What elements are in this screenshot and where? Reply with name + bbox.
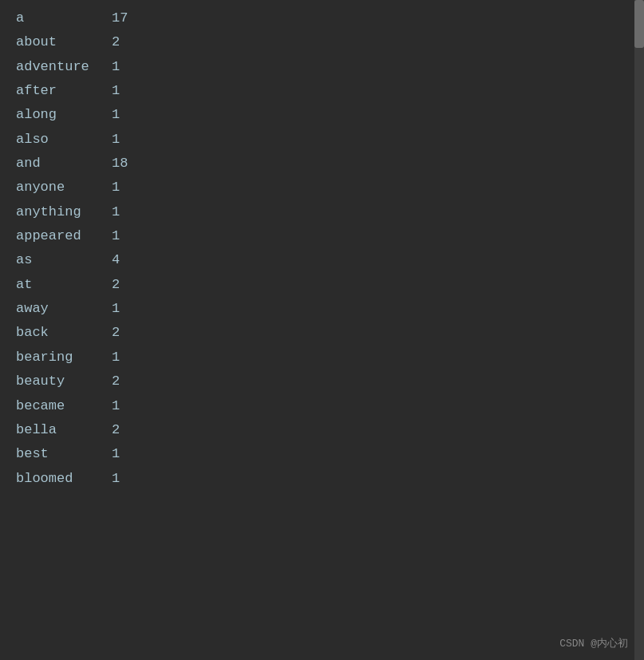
- count-label: 2: [112, 275, 120, 295]
- list-item: beauty2: [0, 370, 644, 393]
- word-label: after: [16, 81, 112, 101]
- list-item: away1: [0, 297, 644, 321]
- count-label: 1: [112, 298, 120, 319]
- word-label: back: [16, 322, 112, 343]
- word-label: about: [16, 32, 112, 53]
- word-label: became: [16, 396, 112, 417]
- word-label: bloomed: [16, 468, 112, 489]
- count-label: 2: [112, 420, 120, 441]
- list-item: also1: [0, 128, 644, 152]
- list-item: after1: [0, 79, 644, 103]
- word-label: anyone: [16, 177, 112, 198]
- word-label: as: [16, 250, 112, 271]
- list-item: as4: [0, 248, 644, 272]
- watermark: CSDN @内心初: [559, 636, 628, 650]
- word-label: along: [16, 105, 112, 125]
- word-label: bearing: [16, 347, 112, 368]
- word-label: bella: [16, 420, 112, 441]
- count-label: 1: [112, 468, 120, 489]
- list-item: a17: [0, 6, 644, 30]
- count-label: 2: [112, 32, 120, 53]
- word-label: anything: [16, 202, 112, 223]
- list-item: appeared1: [0, 224, 644, 248]
- list-item: adventure1: [0, 55, 644, 79]
- word-label: away: [16, 298, 112, 319]
- word-label: beauty: [16, 371, 112, 392]
- word-label: at: [16, 275, 112, 295]
- word-label: best: [16, 444, 112, 464]
- count-label: 4: [112, 250, 120, 271]
- list-item: along1: [0, 103, 644, 127]
- count-label: 2: [112, 322, 120, 343]
- count-label: 1: [112, 177, 120, 198]
- terminal-content: a17about2adventure1after1along1also1and1…: [0, 0, 644, 491]
- count-label: 1: [112, 226, 120, 247]
- count-label: 1: [112, 129, 120, 150]
- list-item: about2: [0, 30, 644, 54]
- list-item: and18: [0, 152, 644, 176]
- count-label: 18: [112, 153, 128, 174]
- word-label: appeared: [16, 226, 112, 247]
- count-label: 2: [112, 371, 120, 392]
- word-label: and: [16, 153, 112, 174]
- count-label: 1: [112, 202, 120, 223]
- count-label: 1: [112, 396, 120, 417]
- list-item: bella2: [0, 418, 644, 442]
- list-item: became1: [0, 394, 644, 418]
- count-label: 1: [112, 57, 120, 77]
- scrollbar[interactable]: [634, 0, 644, 660]
- count-label: 17: [112, 8, 128, 29]
- word-label: a: [16, 8, 112, 29]
- list-item: bearing1: [0, 346, 644, 370]
- list-item: best1: [0, 442, 644, 466]
- list-item: at2: [0, 273, 644, 297]
- count-label: 1: [112, 81, 120, 101]
- count-label: 1: [112, 444, 120, 464]
- list-item: anything1: [0, 200, 644, 224]
- word-label: adventure: [16, 57, 112, 77]
- list-item: back2: [0, 321, 644, 345]
- word-label: also: [16, 129, 112, 150]
- count-label: 1: [112, 347, 120, 368]
- scrollbar-thumb[interactable]: [634, 0, 644, 48]
- list-item: anyone1: [0, 176, 644, 200]
- list-item: bloomed1: [0, 467, 644, 491]
- count-label: 1: [112, 105, 120, 125]
